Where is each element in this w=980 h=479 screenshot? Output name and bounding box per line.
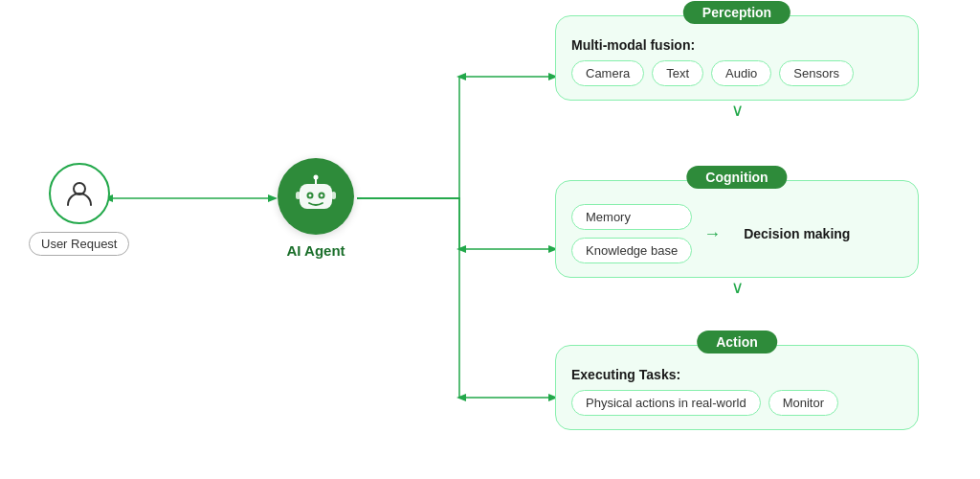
action-title: Executing Tasks: — [571, 367, 902, 382]
svg-point-14 — [321, 194, 323, 197]
cognition-panel: Cognition Memory Knowledge base → Decisi… — [555, 180, 919, 278]
pill-camera: Camera — [571, 60, 644, 86]
diagram: User Request — [0, 0, 980, 479]
user-request-label: User Request — [29, 232, 129, 256]
svg-marker-6 — [457, 73, 466, 80]
agent-icon — [278, 158, 354, 235]
svg-rect-18 — [331, 192, 336, 199]
down-arrow-cognition: ∨ — [731, 277, 744, 298]
pill-sensors: Sensors — [779, 60, 854, 86]
perception-title: Multi-modal fusion: — [571, 37, 902, 53]
action-panel: Action Executing Tasks: Physical actions… — [555, 345, 919, 430]
cognition-inner: Memory Knowledge base → Decision making — [571, 204, 902, 263]
cognition-header: Cognition — [686, 166, 787, 189]
svg-marker-7 — [457, 245, 466, 253]
user-icon — [49, 163, 110, 224]
agent-label: AI Agent — [286, 242, 345, 259]
pill-memory: Memory — [571, 204, 692, 230]
cognition-arrow: → — [703, 224, 721, 244]
pill-text: Text — [652, 60, 703, 86]
pill-physical: Physical actions in real-world — [571, 390, 761, 416]
pill-audio: Audio — [711, 60, 771, 86]
cognition-decision: Decision making — [732, 220, 861, 247]
action-header: Action — [697, 331, 777, 354]
user-request-section: User Request — [29, 163, 129, 256]
cognition-left: Memory Knowledge base — [571, 204, 692, 263]
svg-marker-8 — [457, 394, 466, 401]
svg-point-13 — [309, 194, 312, 197]
down-arrow-perception: ∨ — [731, 100, 744, 121]
pill-monitor: Monitor — [768, 390, 838, 416]
perception-header: Perception — [683, 1, 791, 24]
perception-pills: Camera Text Audio Sensors — [571, 60, 902, 86]
perception-panel: Perception Multi-modal fusion: Camera Te… — [555, 15, 919, 101]
ai-agent-section: AI Agent — [278, 158, 354, 259]
action-pills: Physical actions in real-world Monitor — [571, 390, 902, 416]
svg-marker-2 — [268, 194, 278, 202]
pill-knowledge-base: Knowledge base — [571, 238, 692, 263]
svg-point-16 — [314, 175, 319, 180]
svg-rect-17 — [296, 192, 301, 199]
